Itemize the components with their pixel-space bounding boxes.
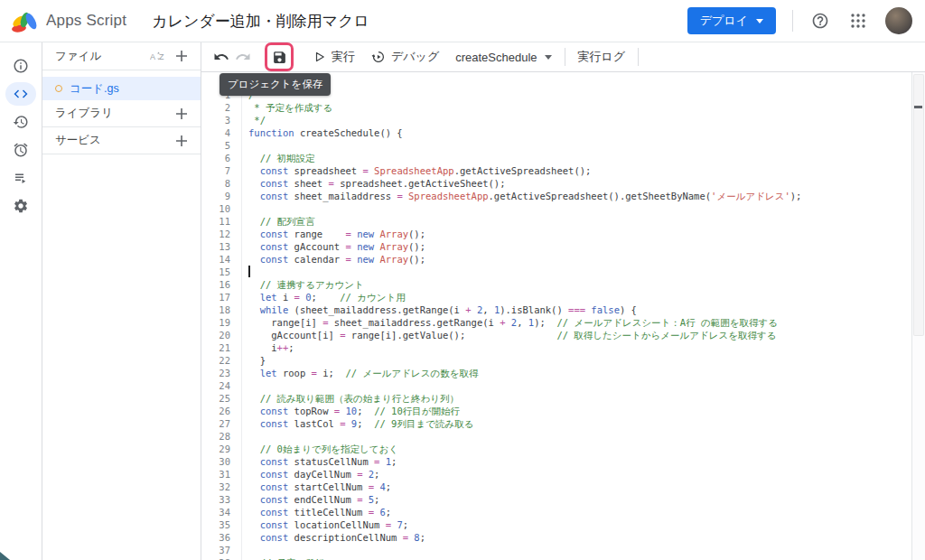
code-line[interactable]: i++; (248, 341, 925, 354)
execution-log-button[interactable]: 実行ログ (578, 49, 626, 65)
code-line[interactable]: const startCellNum = 4; (248, 481, 925, 493)
scrollbar-thumb[interactable] (913, 74, 924, 336)
function-selector-value: createSchedule (455, 51, 537, 64)
code-line[interactable]: const calendar = new Array(); (248, 253, 925, 266)
project-history-icon[interactable] (5, 110, 36, 134)
sort-files-az-icon[interactable]: A Z (148, 48, 168, 64)
debug-button[interactable]: デバッグ (371, 49, 439, 65)
text-cursor (248, 266, 250, 277)
code-line[interactable]: * 予定を作成する (248, 101, 925, 114)
code-line[interactable]: const descriptionCellNum = 8; (248, 531, 925, 544)
services-label: サービス (55, 133, 101, 148)
redo-icon[interactable] (232, 46, 254, 68)
code-line[interactable] (248, 379, 925, 392)
code-line[interactable] (248, 202, 925, 215)
code-editor[interactable]: 1234567891011121314151617181920212223242… (201, 72, 925, 560)
code-line[interactable]: /** (248, 89, 925, 101)
add-library-icon[interactable] (172, 104, 192, 124)
code-line[interactable]: while (sheet_mailaddress.getRange(i + 2,… (248, 303, 925, 316)
project-title[interactable]: カレンダー追加・削除用マクロ (152, 11, 687, 32)
code-line[interactable]: } (248, 354, 925, 367)
function-selector[interactable]: createSchedule (455, 51, 551, 64)
deploy-button[interactable]: デプロイ (687, 7, 776, 34)
left-nav-rail (0, 42, 42, 560)
code-line[interactable]: // 連携するアカウント (248, 278, 925, 291)
code-line[interactable] (248, 430, 925, 443)
brand: Apps Script (11, 9, 126, 33)
chevron-down-icon (545, 55, 552, 60)
code-line[interactable]: // 0始まりで列を指定しておく (248, 443, 925, 455)
save-project-icon[interactable] (268, 46, 290, 68)
editor-toolbar: 実行 デバッグ createSchedule 実行ログ (201, 42, 925, 72)
top-bar: Apps Script カレンダー追加・削除用マクロ デプロイ (0, 0, 925, 42)
code-line[interactable]: const locationCellNum = 7; (248, 518, 925, 531)
code-line[interactable]: // 配列宣言 (248, 215, 925, 228)
code-line[interactable]: const gAccount = new Array(); (248, 240, 925, 253)
apps-grid-icon[interactable] (847, 10, 869, 32)
code-line[interactable]: const sheet_mailaddress = SpreadsheetApp… (248, 190, 925, 202)
execution-log-label: 実行ログ (578, 49, 626, 65)
libraries-section[interactable]: ライブラリ (42, 100, 201, 127)
files-panel-header: ファイル A Z (42, 42, 201, 70)
code-line[interactable]: gAccount[i] = range[i].getValue(); // 取得… (248, 329, 925, 341)
main-area: ファイル A Z コード.gs ライブラリ (0, 42, 925, 560)
code-editor-icon[interactable] (5, 82, 36, 106)
libraries-label: ライブラリ (55, 106, 113, 121)
overview-info-icon[interactable] (5, 54, 36, 78)
run-label: 実行 (332, 49, 355, 65)
editor-column: 実行 デバッグ createSchedule 実行ログ (201, 42, 925, 560)
code-line[interactable]: function createSchedule() { (248, 126, 925, 139)
apps-script-logo (11, 9, 38, 33)
cursor-position-mark (914, 106, 922, 108)
file-item-label: コード.gs (70, 81, 119, 97)
code-line[interactable]: const spreadsheet = SpreadsheetApp.getAc… (248, 164, 925, 177)
debug-icon (371, 50, 386, 64)
code-line[interactable] (248, 544, 925, 556)
divider (565, 48, 565, 66)
corner-artifact (0, 552, 10, 560)
triggers-alarm-icon[interactable] (5, 138, 36, 162)
overview-scrollbar[interactable] (911, 72, 925, 560)
code-line[interactable]: let i = 0; // カウント用 (248, 291, 925, 303)
settings-gear-icon[interactable] (5, 194, 36, 218)
line-numbers: 1234567891011121314151617181920212223242… (201, 89, 242, 560)
code-line[interactable]: range[i] = sheet_mailaddress.getRange(i … (248, 316, 925, 329)
code-line[interactable] (248, 266, 925, 278)
code-line[interactable]: let roop = i; // メールアドレスの数を取得 (248, 367, 925, 379)
save-highlight-ring (265, 42, 294, 71)
top-bar-actions: デプロイ (687, 7, 912, 34)
code-line[interactable]: const lastCol = 9; // 9列目まで読み取る (248, 417, 925, 430)
code-line[interactable]: const statusCellNum = 1; (248, 455, 925, 468)
code-line[interactable]: // 読み取り範囲（表の始まり行と終わり列） (248, 392, 925, 405)
code-line[interactable]: // 初期設定 (248, 152, 925, 164)
code-line[interactable]: const sheet = spreadsheet.getActiveSheet… (248, 177, 925, 190)
code-line[interactable]: */ (248, 114, 925, 126)
svg-text:Z: Z (159, 52, 164, 61)
executions-icon[interactable] (5, 166, 36, 190)
run-button[interactable]: 実行 (313, 49, 355, 65)
files-header-label: ファイル (55, 49, 101, 64)
file-item-code-gs[interactable]: コード.gs (42, 77, 201, 100)
code-line[interactable]: const range = new Array(); (248, 228, 925, 240)
help-icon[interactable] (809, 10, 831, 32)
code-line[interactable]: const dayCellNum = 2; (248, 468, 925, 481)
add-service-icon[interactable] (172, 131, 192, 151)
add-file-icon[interactable] (172, 46, 192, 66)
code-line[interactable]: const titleCellNum = 6; (248, 506, 925, 518)
play-icon (313, 51, 326, 63)
files-panel: ファイル A Z コード.gs ライブラリ (42, 42, 201, 560)
code-lines[interactable]: /** * 予定を作成する */function createSchedule(… (242, 89, 925, 560)
undo-icon[interactable] (210, 46, 232, 68)
unsaved-status-dot-icon (55, 85, 62, 92)
user-avatar[interactable] (885, 7, 912, 34)
code-line[interactable]: const endCellNum = 5; (248, 493, 925, 506)
deploy-label: デプロイ (700, 13, 748, 29)
app-name: Apps Script (46, 12, 126, 30)
divider (792, 10, 793, 32)
services-section[interactable]: サービス (42, 127, 201, 154)
code-line[interactable]: // 予定の登録 (248, 556, 925, 560)
code-line[interactable] (248, 139, 925, 152)
save-tooltip: プロジェクトを保存 (220, 73, 331, 96)
svg-text:A: A (150, 52, 155, 61)
code-line[interactable]: const topRow = 10; // 10行目が開始行 (248, 405, 925, 417)
